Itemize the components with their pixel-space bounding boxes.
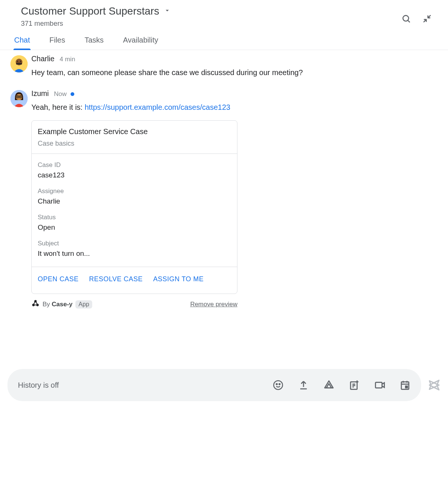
emoji-icon[interactable] (273, 379, 284, 391)
field-label: Case ID (38, 161, 231, 169)
svg-line-1 (408, 21, 410, 22)
message-link[interactable]: https://support.example.com/cases/case12… (85, 103, 230, 111)
message-author: Izumi (31, 89, 49, 98)
preview-app-name: Case-y (52, 301, 73, 308)
svg-rect-4 (16, 63, 22, 65)
remove-preview-link[interactable]: Remove preview (190, 301, 237, 308)
avatar (10, 55, 28, 72)
dropdown-caret-icon[interactable] (164, 7, 171, 16)
create-doc-icon[interactable] (349, 379, 360, 391)
message-composer[interactable]: History is off (7, 369, 421, 401)
member-count: 371 members (21, 19, 427, 28)
field-label: Subject (38, 240, 231, 247)
tab-chat[interactable]: Chat (13, 36, 31, 50)
calendar-icon[interactable] (399, 379, 411, 391)
field-value: Open (38, 223, 231, 232)
message-time: 4 min (60, 56, 75, 63)
field-label: Status (38, 214, 231, 221)
svg-rect-25 (376, 382, 382, 388)
drive-icon[interactable] (323, 379, 335, 391)
card-subtitle: Case basics (38, 140, 231, 148)
svg-rect-30 (405, 386, 407, 388)
field-label: Assignee (38, 187, 231, 195)
message-time: Now (54, 90, 67, 98)
field-value: It won't turn on... (38, 250, 231, 258)
tab-availability[interactable]: Availability (122, 36, 159, 50)
space-title[interactable]: Customer Support Superstars (21, 5, 159, 17)
avatar (10, 90, 28, 107)
card-title: Example Customer Service Case (38, 127, 231, 136)
svg-point-12 (20, 96, 21, 97)
message-author: Charlie (31, 55, 55, 63)
message: Izumi Now Yeah, here it is: https://supp… (31, 89, 427, 309)
composer-placeholder: History is off (18, 381, 273, 390)
svg-point-6 (20, 61, 21, 62)
tab-files[interactable]: Files (49, 36, 66, 50)
field-value: case123 (38, 171, 231, 179)
message-text: Yeah, here it is: (31, 103, 85, 111)
field-value: Charlie (38, 197, 231, 205)
svg-point-16 (274, 381, 283, 390)
assign-to-me-button[interactable]: ASSIGN TO ME (153, 275, 203, 283)
send-icon[interactable] (428, 379, 441, 391)
tabs-bar: Chat Files Tasks Availability (0, 28, 448, 50)
svg-point-5 (17, 61, 18, 62)
app-badge: App (75, 300, 92, 309)
message: Charlie 4 min Hey team, can someone plea… (31, 55, 427, 79)
open-case-button[interactable]: OPEN CASE (38, 275, 79, 283)
collapse-icon[interactable] (422, 13, 432, 24)
message-body: Yeah, here it is: https://support.exampl… (31, 101, 427, 114)
online-indicator-icon (71, 92, 74, 96)
webhook-icon (31, 299, 40, 309)
upload-icon[interactable] (298, 379, 309, 391)
svg-point-17 (276, 384, 277, 385)
svg-point-8 (16, 94, 22, 100)
search-icon[interactable] (401, 13, 411, 24)
message-body: Hey team, can someone please share the c… (31, 66, 427, 79)
svg-point-18 (279, 384, 280, 385)
resolve-case-button[interactable]: RESOLVE CASE (89, 275, 143, 283)
svg-point-11 (17, 96, 18, 97)
svg-point-0 (403, 15, 408, 21)
preview-by-prefix: By (43, 301, 52, 308)
video-icon[interactable] (374, 379, 385, 391)
tab-tasks[interactable]: Tasks (84, 36, 104, 50)
link-preview-card: Example Customer Service Case Case basic… (31, 120, 237, 294)
svg-point-13 (35, 300, 37, 302)
